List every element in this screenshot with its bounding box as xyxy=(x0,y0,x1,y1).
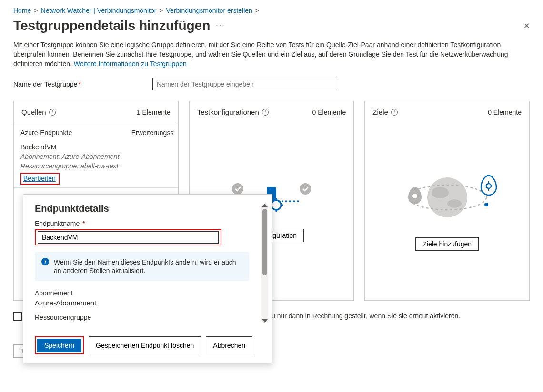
chevron-right-icon: > xyxy=(255,7,259,14)
info-icon[interactable]: i xyxy=(391,109,398,116)
svg-point-11 xyxy=(432,187,449,198)
name-field-label: Name der Testgruppe* xyxy=(13,80,147,88)
bc-create[interactable]: Verbindungsmonitor erstellen xyxy=(166,7,252,14)
info-icon[interactable]: i xyxy=(49,109,56,116)
svg-point-15 xyxy=(486,184,491,188)
targets-illustration xyxy=(392,171,502,226)
chevron-right-icon: > xyxy=(34,7,38,14)
endpoint-name-label: Endpunktname * xyxy=(35,220,249,227)
sources-count: 1 Elemente xyxy=(137,108,171,116)
intro-text: Mit einer Testgruppe können Sie eine log… xyxy=(13,40,528,69)
svg-point-20 xyxy=(484,203,488,206)
edit-source-link[interactable]: Bearbeiten xyxy=(23,175,56,182)
ext-status-col: Erweiterungsstatus xyxy=(131,129,174,137)
svg-point-0 xyxy=(232,183,243,195)
scroll-down-icon[interactable] xyxy=(262,319,268,323)
targets-card: Zielei 0 Elemente Ziele hinzufügen xyxy=(364,101,530,301)
subscription-value: Azure-Abonnement xyxy=(35,299,249,307)
add-targets-button[interactable]: Ziele hinzufügen xyxy=(415,237,479,251)
intro-link[interactable]: Weitere Informationen zu Testgruppen xyxy=(74,60,187,68)
endpoint-name-input[interactable] xyxy=(38,231,219,244)
azure-endpoints-col: Azure-Endpunkte xyxy=(20,129,72,137)
page-title: Testgruppendetails hinzufügen xyxy=(13,18,210,33)
source-item-name: BackendVM xyxy=(20,143,171,151)
source-item-rg: Ressourcengruppe: abell-nw-test xyxy=(20,162,171,170)
svg-point-5 xyxy=(272,200,281,210)
configs-title: Testkonfigurationen xyxy=(197,108,259,116)
info-callout: i Wenn Sie den Namen dieses Endpunkts än… xyxy=(35,252,249,281)
svg-point-1 xyxy=(300,183,311,195)
scroll-thumb[interactable] xyxy=(262,209,267,275)
disable-checkbox[interactable] xyxy=(13,312,22,321)
targets-title: Ziele xyxy=(372,108,388,116)
save-button[interactable]: Speichern xyxy=(37,339,81,352)
svg-point-10 xyxy=(427,177,467,217)
rg-label: Ressourcengruppe xyxy=(35,314,249,321)
scroll-up-icon[interactable] xyxy=(262,204,268,207)
endpoint-details-popup: Endpunktdetails Endpunktname * i Wenn Si… xyxy=(23,194,272,363)
close-icon[interactable]: ✕ xyxy=(523,21,530,30)
testgroup-name-input[interactable] xyxy=(152,78,337,90)
svg-point-12 xyxy=(447,199,462,208)
breadcrumb: Home> Network Watcher | Verbindungsmonit… xyxy=(13,7,530,14)
delete-endpoint-button[interactable]: Gespeicherten Endpunkt löschen xyxy=(89,336,201,354)
targets-count: 0 Elemente xyxy=(488,108,522,116)
info-icon[interactable]: i xyxy=(262,109,269,116)
info-icon: i xyxy=(41,258,49,265)
bc-watcher[interactable]: Network Watcher | Verbindungsmonitor xyxy=(41,7,157,14)
configs-count: 0 Elemente xyxy=(312,108,346,116)
subscription-label: Abonnement xyxy=(35,289,249,297)
svg-point-14 xyxy=(412,194,417,198)
scrollbar[interactable] xyxy=(261,203,268,323)
sources-title: Quellen xyxy=(21,108,46,116)
chevron-right-icon: > xyxy=(159,7,163,14)
popup-title: Endpunktdetails xyxy=(35,203,249,214)
bc-home[interactable]: Home xyxy=(13,7,31,14)
source-item-subscription: Abonnement: Azure-Abonnement xyxy=(20,153,171,160)
cancel-popup-button[interactable]: Abbrechen xyxy=(206,336,252,354)
more-icon[interactable]: ··· xyxy=(216,21,225,30)
